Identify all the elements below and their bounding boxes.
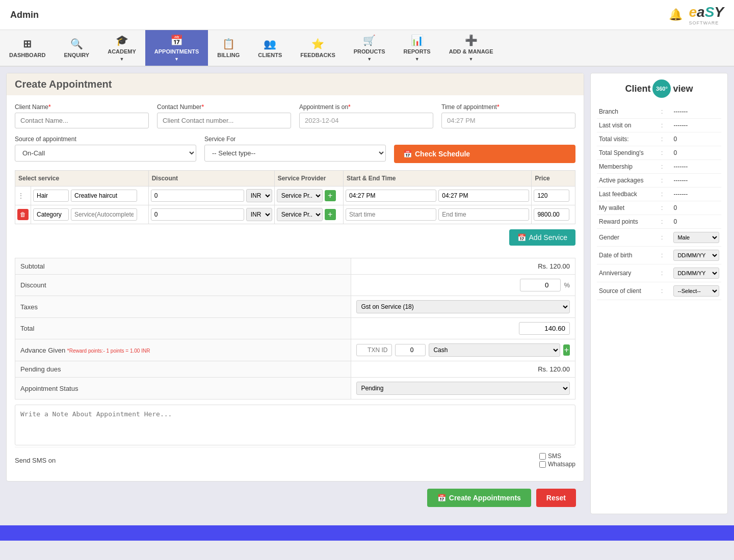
check-schedule-group: 📅 Check Schedule: [394, 136, 575, 163]
reset-button[interactable]: Reset: [536, 489, 576, 507]
header-right: 🔔 eaSY SOFTWARE: [669, 4, 724, 25]
discount-currency-select-2[interactable]: INR: [246, 208, 272, 221]
service-input-2[interactable]: [71, 208, 137, 221]
time-cell-2: [344, 205, 532, 224]
time-group: Time of appointment*: [441, 103, 575, 128]
provider-add-button-2[interactable]: +: [325, 209, 336, 220]
anniversary-select[interactable]: DD/MM/YY: [673, 268, 719, 279]
drag-handle[interactable]: ⋮: [17, 192, 24, 200]
time-input[interactable]: [441, 113, 575, 128]
provider-select-2[interactable]: Service Pr...: [277, 208, 323, 221]
appointment-date-input[interactable]: [299, 113, 433, 128]
service-for-group: Service For -- Select type--: [204, 136, 386, 163]
nav-appointments[interactable]: 📅 APPOINTMENTS ▼: [145, 30, 208, 66]
category-input[interactable]: [33, 190, 69, 202]
advance-value-cell: CashCardUPI +: [351, 339, 575, 361]
client-info-branch: Branch : -------: [597, 105, 721, 119]
discount-value-input[interactable]: [520, 279, 561, 291]
sms-checkbox[interactable]: [539, 453, 546, 460]
notes-textarea[interactable]: [15, 405, 575, 445]
last-feedback-value: -------: [671, 188, 721, 201]
delete-row-button[interactable]: 🗑: [17, 209, 29, 220]
price-input[interactable]: [534, 190, 569, 202]
anniversary-value: DD/MM/YY: [671, 264, 721, 282]
start-time-input[interactable]: [346, 190, 436, 202]
discount-label: Discount: [15, 275, 351, 296]
last-visit-label: Last visit on: [597, 119, 659, 132]
discount-input-2[interactable]: [151, 208, 244, 221]
nav-feedbacks[interactable]: ⭐ FEEDBACKS: [291, 30, 344, 66]
branch-value: -------: [671, 105, 721, 119]
source-select[interactable]: On-Call Walk-in Online Phone: [15, 145, 196, 162]
appointment-status-select[interactable]: PendingConfirmedCompletedCancelled: [356, 382, 570, 395]
footer-bar: [0, 525, 734, 541]
nav-billing[interactable]: 📋 BILLING: [208, 30, 249, 66]
nav-enquiry[interactable]: 🔍 ENQUIRY: [55, 30, 99, 66]
table-row: ⋮ INR: [15, 186, 575, 205]
last-feedback-label: Last feedback: [597, 188, 659, 201]
taxes-select[interactable]: Gst on Service (18): [356, 300, 570, 313]
discount-cell-2: INR: [148, 205, 274, 224]
service-table: Select service Discount Service Provider…: [15, 170, 575, 224]
bottom-buttons: 📅 Create Appointments Reset: [6, 482, 584, 514]
nav-reports[interactable]: 📊 REPORTS ▼: [395, 30, 440, 66]
end-time-input[interactable]: [438, 190, 529, 202]
academy-arrow: ▼: [120, 57, 124, 62]
dob-label: Date of birth: [597, 247, 659, 264]
provider-cell-2: Service Pr... +: [274, 205, 343, 224]
client-name-label: Client Name*: [15, 103, 149, 111]
provider-add-button[interactable]: +: [325, 190, 336, 201]
gender-select[interactable]: MaleFemaleOther: [673, 232, 719, 243]
add-service-button[interactable]: 📅 Add Service: [509, 229, 575, 246]
table-row: 🗑 INR: [15, 205, 575, 224]
appointment-on-group: Appointment is on*: [299, 103, 433, 128]
txn-id-input[interactable]: [356, 344, 392, 356]
nav-dashboard[interactable]: ⊞ DASHBOARD: [0, 30, 55, 66]
client-info-active-packages: Active packages : -------: [597, 174, 721, 188]
create-appointments-button[interactable]: 📅 Create Appointments: [427, 489, 531, 507]
advance-label: Advance Given *Reward points:- 1 points …: [15, 339, 351, 361]
service-for-select[interactable]: -- Select type--: [204, 145, 386, 162]
total-row: Total: [15, 318, 575, 339]
nav-add-manage[interactable]: ➕ ADD & MANAGE ▼: [440, 30, 503, 66]
advance-amount-input[interactable]: [395, 344, 426, 356]
source-group: Source of appointment On-Call Walk-in On…: [15, 136, 196, 163]
provider-select[interactable]: Service Pr...: [277, 189, 323, 202]
whatsapp-checkbox[interactable]: [539, 461, 546, 468]
client-info-total-visits: Total visits: : 0: [597, 132, 721, 146]
client-name-input[interactable]: [15, 113, 149, 128]
advance-method-select[interactable]: CashCardUPI: [429, 343, 560, 357]
source-of-client-select[interactable]: --Select--: [673, 285, 719, 297]
discount-currency-select[interactable]: INR: [246, 189, 272, 202]
service-input[interactable]: [71, 190, 137, 202]
total-input[interactable]: [519, 322, 570, 335]
total-value-cell: [351, 318, 575, 339]
sms-checkbox-label[interactable]: SMS: [539, 452, 575, 460]
nav-academy[interactable]: 🎓 ACADEMY ▼: [98, 30, 145, 66]
source-label: Source of appointment: [15, 136, 196, 143]
advance-add-button[interactable]: +: [563, 344, 570, 356]
nav-clients[interactable]: 👥 CLIENTS: [249, 30, 291, 66]
nav-products[interactable]: 🛒 PRODUCTS ▼: [345, 30, 395, 66]
contact-number-input[interactable]: [157, 113, 291, 128]
whatsapp-checkbox-label[interactable]: Whatsapp: [539, 461, 575, 468]
discount-input[interactable]: [151, 190, 244, 202]
calendar-icon: 📅: [403, 150, 412, 158]
dob-select[interactable]: DD/MM/YY: [673, 250, 719, 261]
source-of-client-label: Source of client: [597, 282, 659, 300]
sms-label: Send SMS on: [15, 457, 539, 464]
delete-cell: 🗑: [15, 205, 31, 224]
client-name-group: Client Name*: [15, 103, 149, 128]
billing-icon: 📋: [222, 38, 235, 50]
price-input-2[interactable]: [534, 208, 569, 221]
start-time-input-2[interactable]: [346, 208, 436, 221]
check-schedule-button[interactable]: 📅 Check Schedule: [394, 145, 575, 163]
total-visits-value: 0: [671, 132, 721, 146]
appointment-status-label: Appointment Status: [15, 378, 351, 399]
nav-products-label: PRODUCTS: [354, 48, 385, 55]
category-input-2[interactable]: [33, 208, 69, 221]
end-time-input-2[interactable]: [438, 208, 529, 221]
anniversary-label: Anniversary: [597, 264, 659, 282]
bell-icon[interactable]: 🔔: [669, 8, 683, 21]
create-appointment-card: Create Appointment Client Name* Contact …: [6, 73, 584, 482]
